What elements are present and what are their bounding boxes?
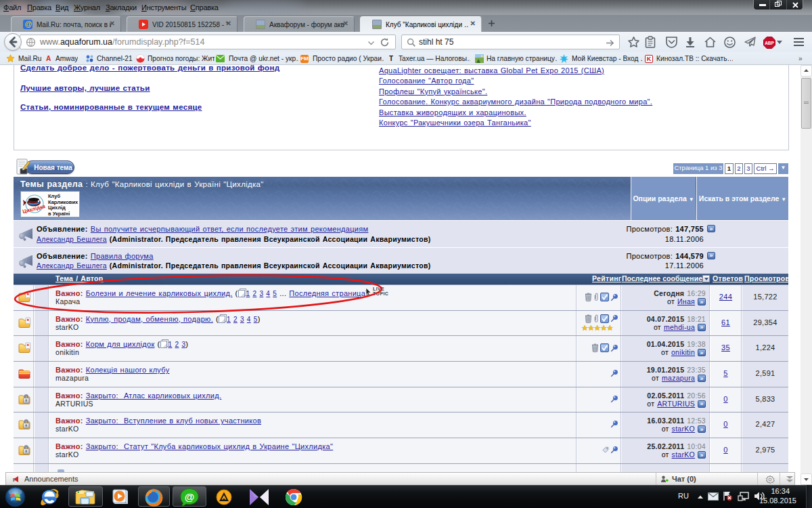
svg-text:ABP: ABP bbox=[765, 41, 774, 45]
svg-text:@: @ bbox=[185, 491, 195, 503]
